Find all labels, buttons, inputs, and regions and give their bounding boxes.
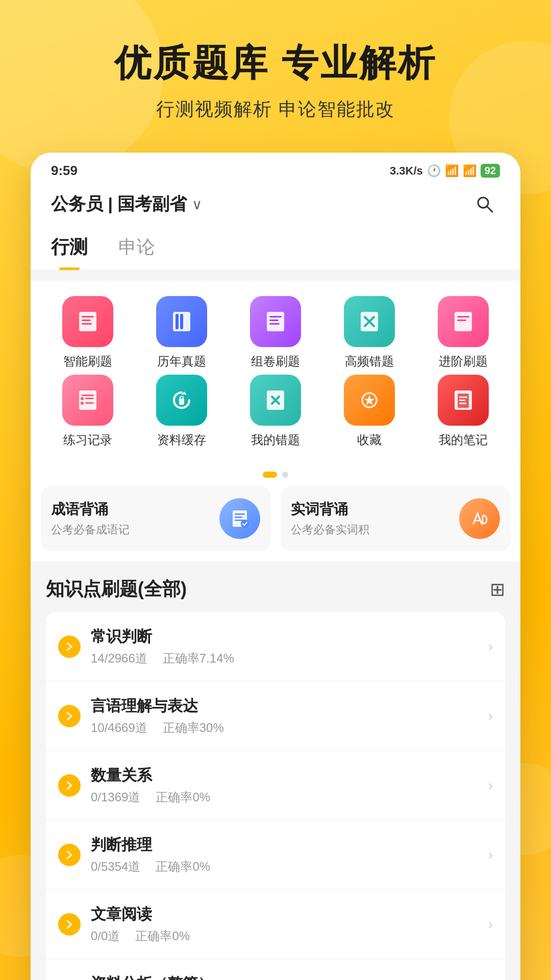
memo-card-word[interactable]: 实词背诵 公考必备实词积: [281, 486, 510, 551]
svg-rect-8: [180, 314, 183, 329]
icon-cache[interactable]: 资料缓存: [141, 375, 222, 448]
tab-bar: 行测 申论: [31, 230, 520, 271]
icon-favorites[interactable]: 收藏: [329, 375, 410, 448]
signal-icon: 📶: [445, 164, 459, 178]
svg-rect-19: [79, 390, 96, 410]
svg-rect-5: [82, 323, 92, 325]
icon-label-past: 历年真题: [157, 353, 206, 370]
search-button[interactable]: [469, 189, 500, 219]
knowledge-progress: 0/5354道: [91, 859, 140, 875]
knowledge-info: 常识判断 14/2966道 正确率7.14%: [91, 626, 488, 667]
svg-rect-9: [267, 312, 284, 331]
icon-frequent-wrong[interactable]: 高频错题: [329, 296, 410, 370]
tab-xinche[interactable]: 行测: [51, 230, 88, 270]
knowledge-item-5[interactable]: 资料分析（整篇） 0/2830道 正确率0% ›: [46, 959, 505, 980]
knowledge-stats: 0/1369道 正确率0%: [91, 789, 488, 805]
memo-word-title: 实词背诵: [291, 500, 459, 519]
section-header: 知识点刷题(全部) ⊞: [46, 577, 505, 602]
svg-rect-11: [269, 320, 279, 321]
knowledge-item-3[interactable]: 判断推理 0/5354道 正确率0% ›: [46, 820, 505, 890]
memo-idiom-text: 成语背诵 公考必备成语记: [51, 500, 219, 537]
svg-rect-7: [176, 314, 179, 329]
network-speed: 3.3K/s: [390, 164, 423, 178]
icon-smart-practice[interactable]: 智能刷题: [47, 296, 129, 370]
svg-line-1: [487, 206, 492, 212]
knowledge-progress: 0/0道: [91, 928, 120, 944]
section-title: 知识点刷题(全部): [46, 577, 187, 602]
status-bar: 9:59 3.3K/s 🕐 📶 📶 92: [31, 153, 520, 184]
icon-past-exam[interactable]: 历年真题: [141, 296, 222, 370]
my-notes-icon: [438, 375, 489, 426]
svg-rect-25: [179, 399, 184, 405]
memo-card-idiom[interactable]: 成语背诵 公考必备成语记: [41, 486, 270, 551]
knowledge-arrow-icon: [58, 913, 81, 936]
knowledge-info: 数量关系 0/1369道 正确率0%: [91, 765, 488, 805]
tab-shenlun[interactable]: 申论: [118, 230, 155, 270]
knowledge-info: 言语理解与表达 10/4669道 正确率30%: [91, 696, 488, 736]
svg-point-23: [81, 402, 84, 405]
knowledge-stats: 10/4669道 正确率30%: [91, 720, 488, 736]
status-right: 3.3K/s 🕐 📶 📶 92: [390, 164, 500, 178]
memo-section: 成语背诵 公考必备成语记 实词背诵 公考必备实词积: [31, 486, 520, 561]
knowledge-item-4[interactable]: 文章阅读 0/0道 正确率0% ›: [46, 890, 505, 959]
svg-point-21: [81, 397, 84, 400]
phone-card: 9:59 3.3K/s 🕐 📶 📶 92 公务员 | 国考副省 ∨ 行测 申论: [31, 153, 520, 980]
icon-label-advanced: 进阶刷题: [439, 353, 488, 370]
svg-rect-18: [457, 320, 466, 321]
svg-rect-3: [82, 316, 94, 317]
icon-grid: 智能刷题 历年真题 组卷刷题: [31, 281, 520, 463]
icon-label-my-wrong: 我的错题: [251, 432, 300, 448]
knowledge-info: 文章阅读 0/0道 正确率0%: [91, 904, 488, 944]
knowledge-stats: 0/5354道 正确率0%: [91, 859, 488, 875]
icon-label-compose: 组卷刷题: [251, 353, 300, 370]
knowledge-arrow-icon: [58, 635, 81, 658]
icon-row-1: 智能刷题 历年真题 组卷刷题: [41, 296, 510, 370]
icon-label-frequent: 高频错题: [345, 353, 394, 370]
svg-rect-36: [235, 513, 245, 515]
knowledge-title: 判断推理: [91, 835, 488, 855]
svg-rect-34: [459, 403, 466, 404]
svg-rect-2: [79, 312, 96, 331]
cache-icon: [156, 375, 207, 426]
icon-label-practice: 练习记录: [63, 432, 112, 448]
icon-row-2: 练习记录 资料缓存 我的错题: [41, 375, 510, 448]
grid-view-icon[interactable]: ⊞: [490, 579, 505, 600]
knowledge-accuracy: 正确率0%: [135, 928, 190, 944]
knowledge-accuracy: 正确率7.14%: [163, 650, 234, 667]
dot-indicators: [31, 463, 520, 486]
memo-word-icon: [459, 498, 500, 539]
svg-rect-10: [269, 316, 282, 317]
clock-icon: 🕐: [427, 164, 441, 178]
svg-rect-22: [85, 398, 94, 399]
icon-my-notes[interactable]: 我的笔记: [422, 375, 504, 448]
svg-rect-37: [235, 517, 242, 518]
knowledge-stats: 0/0道 正确率0%: [91, 928, 488, 944]
practice-record-icon: [62, 375, 113, 426]
chevron-right-icon: ›: [488, 708, 493, 724]
main-content: 智能刷题 历年真题 组卷刷题: [31, 271, 520, 980]
dot-2: [282, 472, 288, 478]
knowledge-title: 言语理解与表达: [91, 696, 488, 717]
chevron-right-icon: ›: [488, 777, 493, 794]
svg-rect-4: [82, 320, 91, 321]
knowledge-arrow-icon: [58, 844, 81, 866]
advanced-icon: [438, 296, 489, 347]
knowledge-section: 知识点刷题(全部) ⊞ 常识判断 14/2966道 正确率7.14% ›: [31, 561, 520, 980]
knowledge-item-1[interactable]: 言语理解与表达 10/4669道 正确率30% ›: [46, 681, 505, 751]
icon-my-wrong[interactable]: 我的错题: [235, 375, 316, 448]
battery-indicator: 92: [481, 164, 500, 178]
knowledge-accuracy: 正确率30%: [163, 720, 224, 736]
icon-practice-record[interactable]: 练习记录: [47, 375, 129, 448]
knowledge-title: 数量关系: [91, 765, 488, 786]
nav-title-group[interactable]: 公务员 | 国考副省 ∨: [51, 192, 203, 216]
knowledge-progress: 14/2966道: [91, 650, 147, 667]
compose-exam-icon: [250, 296, 301, 347]
icon-advanced[interactable]: 进阶刷题: [422, 296, 504, 370]
memo-idiom-title: 成语背诵: [51, 500, 219, 519]
header-section: 优质题库 专业解析 行测视频解析 申论智能批改: [0, 0, 551, 137]
svg-rect-20: [82, 395, 94, 396]
knowledge-item-2[interactable]: 数量关系 0/1369道 正确率0% ›: [46, 751, 505, 820]
past-exam-icon: [156, 296, 207, 347]
icon-compose-exam[interactable]: 组卷刷题: [235, 296, 316, 370]
knowledge-item-0[interactable]: 常识判断 14/2966道 正确率7.14% ›: [46, 612, 505, 681]
